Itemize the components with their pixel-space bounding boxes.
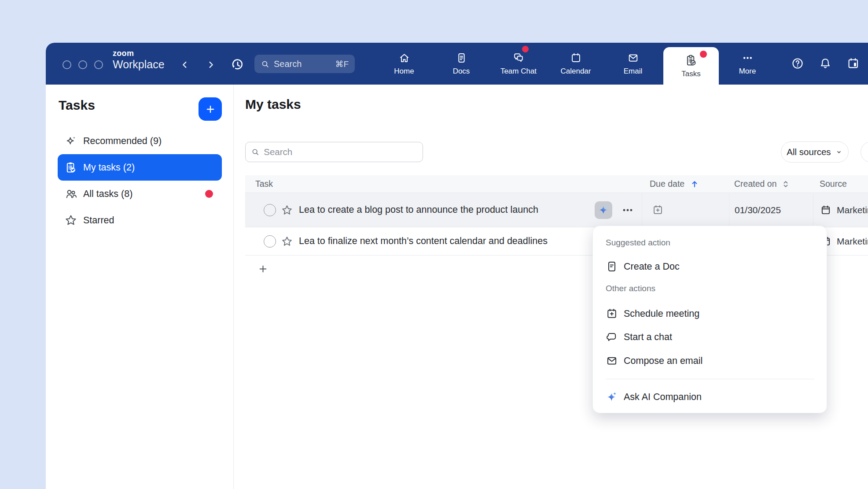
forward-button[interactable]: [205, 59, 217, 71]
chevron-right-icon: [206, 60, 216, 70]
sidebar-title: Tasks: [59, 98, 95, 113]
plus-icon: [205, 104, 216, 115]
task-complete-radio[interactable]: [264, 235, 276, 248]
column-header-source[interactable]: Source: [813, 175, 868, 193]
menu-item-create-doc[interactable]: Create a Doc: [593, 255, 827, 278]
primary-nav: Home Docs Team Chat Calenda: [375, 43, 776, 85]
notifications-button[interactable]: [819, 57, 832, 70]
all-tasks-notification-dot: [205, 190, 213, 198]
tasks-sidebar: Tasks Recommended (9): [46, 85, 234, 489]
nav-item-docs[interactable]: Docs: [433, 43, 490, 85]
nav-item-team-chat[interactable]: Team Chat: [490, 43, 547, 85]
ai-companion-icon: [598, 204, 610, 216]
menu-item-ask-ai-companion[interactable]: Ask AI Companion: [593, 385, 827, 408]
nav-item-email[interactable]: Email: [604, 43, 662, 85]
calendar-panel-icon: [846, 57, 860, 70]
header-utility-icons: [791, 57, 860, 70]
star-toggle-icon[interactable]: [281, 204, 293, 216]
back-button[interactable]: [179, 59, 191, 71]
task-complete-radio[interactable]: [264, 204, 276, 216]
menu-item-start-chat[interactable]: Start a chat: [593, 326, 827, 348]
sidebar-item-all-tasks[interactable]: All tasks (8): [58, 181, 222, 207]
clipped-filter-button[interactable]: [861, 141, 868, 163]
tasks-notification-dot: [700, 51, 707, 58]
help-button[interactable]: [791, 57, 804, 70]
sparkle-icon: [64, 134, 77, 148]
task-actions-menu: Suggested action Create a Doc Other acti…: [592, 226, 827, 413]
column-header-task[interactable]: Task: [245, 175, 642, 193]
global-search-placeholder: Search: [274, 59, 302, 69]
window-close-button[interactable]: [63, 60, 71, 69]
nav-item-more[interactable]: More: [719, 43, 776, 85]
brand-logo: zoom Workplace: [113, 49, 165, 70]
sidebar-item-recommended[interactable]: Recommended (9): [58, 128, 222, 154]
team-chat-icon: [512, 52, 525, 64]
nav-label: Home: [394, 67, 414, 76]
help-icon: [791, 57, 804, 70]
nav-label: Tasks: [681, 70, 700, 78]
task-title: Lea to create a blog post to announce th…: [299, 204, 538, 215]
sidebar-item-label: Starred: [83, 215, 114, 226]
due-date-cell[interactable]: [642, 193, 729, 227]
column-header-created-on[interactable]: Created on: [729, 175, 813, 193]
nav-item-home[interactable]: Home: [375, 43, 433, 85]
sidebar-item-my-tasks[interactable]: My tasks (2): [58, 154, 222, 181]
doc-icon: [606, 260, 618, 273]
my-tasks-panel: My tasks All sources Task Due date Creat…: [234, 85, 868, 489]
window-maximize-button[interactable]: [94, 60, 103, 69]
menu-item-schedule-meeting[interactable]: Schedule meeting: [593, 302, 827, 325]
task-search-field[interactable]: [245, 142, 423, 162]
my-tasks-icon: [64, 161, 77, 174]
nav-item-tasks-active[interactable]: Tasks: [663, 47, 719, 85]
search-icon: [251, 147, 260, 157]
sidebar-list: Recommended (9) My tasks (2): [58, 128, 222, 233]
app-window: zoom Workplace Search ⌘F: [46, 43, 868, 489]
calendar-icon: [570, 52, 582, 64]
source-label: Marketing: [837, 205, 868, 215]
nav-label: Docs: [453, 67, 470, 76]
email-icon: [606, 355, 618, 367]
star-icon: [64, 214, 77, 227]
home-icon: [398, 52, 410, 64]
history-clock-icon: [230, 57, 245, 72]
history-button[interactable]: [230, 57, 245, 72]
mini-calendar-panel-button[interactable]: [846, 57, 860, 70]
sources-filter-label: All sources: [787, 147, 831, 157]
calendar-source-icon: [820, 204, 831, 216]
menu-divider: [606, 379, 814, 379]
task-title: Lea to finalize next month’s content cal…: [299, 236, 548, 247]
sort-toggle-icon: [780, 179, 791, 189]
nav-label: Calendar: [561, 67, 591, 76]
ai-companion-icon: [606, 391, 618, 403]
menu-item-compose-email[interactable]: Compose an email: [593, 349, 827, 372]
calendar-add-icon: [606, 307, 618, 320]
global-search-bar[interactable]: Search ⌘F: [254, 55, 355, 73]
sources-filter-dropdown[interactable]: All sources: [781, 141, 849, 163]
source-cell: Marketing: [813, 193, 868, 227]
created-on-cell: 01/30/2025: [729, 193, 813, 227]
search-icon: [261, 59, 270, 69]
more-actions-button[interactable]: [622, 204, 634, 216]
window-minimize-button[interactable]: [78, 60, 87, 69]
star-toggle-icon[interactable]: [281, 235, 293, 248]
email-icon: [627, 52, 639, 64]
menu-section-label: Suggested action: [606, 238, 670, 248]
chevron-down-icon: [835, 148, 843, 156]
brand-zoom-text: zoom: [113, 49, 165, 57]
source-label: Marketing: [837, 236, 868, 247]
nav-item-calendar[interactable]: Calendar: [547, 43, 604, 85]
team-chat-notification-dot: [522, 46, 529, 52]
brand-workplace-text: Workplace: [113, 59, 165, 70]
calendar-add-icon: [652, 204, 664, 216]
add-task-button[interactable]: [199, 97, 222, 121]
bell-icon: [819, 57, 832, 70]
nav-label: Team Chat: [500, 67, 537, 76]
task-row-1[interactable]: Lea to create a blog post to announce th…: [245, 193, 868, 227]
sort-ascending-icon: [689, 179, 700, 189]
sidebar-item-starred[interactable]: Starred: [58, 207, 222, 233]
ai-companion-actions-button[interactable]: [595, 201, 612, 219]
window-controls[interactable]: [63, 60, 103, 69]
column-header-due-date[interactable]: Due date: [642, 175, 729, 193]
task-search-input[interactable]: [264, 147, 417, 157]
more-dots-icon: [742, 52, 754, 64]
